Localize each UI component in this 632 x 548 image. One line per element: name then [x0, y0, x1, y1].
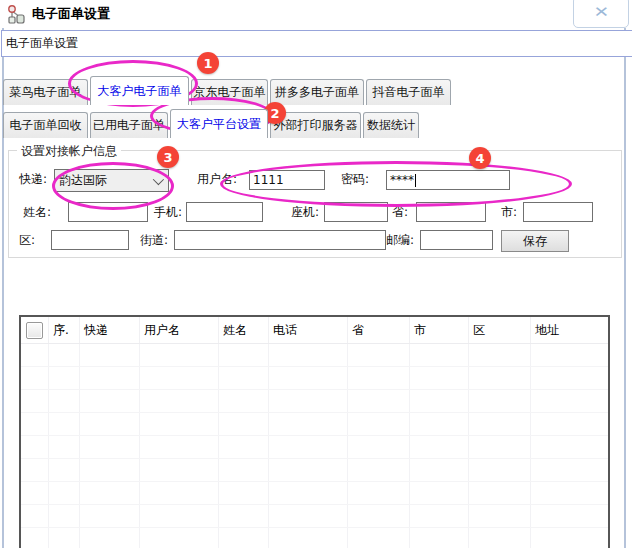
table-cell	[140, 505, 219, 527]
table-cell	[269, 505, 348, 527]
table-cell	[80, 459, 140, 481]
col-city: 市	[410, 317, 469, 343]
annotation-badge-3: 3	[157, 146, 179, 168]
save-button[interactable]: 保存	[501, 230, 569, 252]
table-cell	[80, 344, 140, 366]
table-cell	[80, 482, 140, 504]
table-cell	[21, 413, 49, 435]
table-cell	[531, 528, 608, 548]
district-input[interactable]	[51, 230, 129, 250]
table-cell	[410, 367, 469, 389]
table-cell	[219, 505, 269, 527]
table-cell	[348, 482, 410, 504]
table-cell	[49, 367, 80, 389]
table-cell	[269, 459, 348, 481]
table-cell	[219, 390, 269, 412]
accounts-table-header: 序. 快递 用户名 姓名 电话 省 市 区 地址	[21, 317, 608, 344]
table-cell	[219, 344, 269, 366]
tab-data-statistics[interactable]: 数据统计	[363, 112, 419, 138]
table-cell	[531, 390, 608, 412]
name-label: 姓名:	[23, 204, 51, 221]
table-cell	[531, 505, 608, 527]
table-row[interactable]	[21, 390, 608, 413]
table-cell	[348, 459, 410, 481]
table-cell	[469, 505, 531, 527]
table-row[interactable]	[21, 436, 608, 459]
table-row[interactable]	[21, 459, 608, 482]
col-seq: 序.	[49, 317, 80, 343]
table-cell	[80, 436, 140, 458]
table-cell	[410, 413, 469, 435]
table-cell	[269, 413, 348, 435]
table-cell	[21, 344, 49, 366]
tab-key-account-waybill[interactable]: 大客户电子面单	[90, 76, 189, 105]
table-cell	[21, 505, 49, 527]
table-cell	[80, 505, 140, 527]
tab-douyin-waybill[interactable]: 抖音电子面单	[366, 79, 451, 105]
window-title: 电子面单设置	[32, 5, 110, 23]
table-cell	[219, 459, 269, 481]
table-cell	[49, 436, 80, 458]
table-row[interactable]	[21, 367, 608, 390]
table-cell	[269, 528, 348, 548]
select-all-checkbox[interactable]	[26, 322, 43, 339]
table-cell	[348, 344, 410, 366]
city-input[interactable]	[523, 202, 593, 222]
landline-label: 座机:	[291, 204, 319, 221]
table-cell	[410, 505, 469, 527]
table-cell	[80, 390, 140, 412]
table-cell	[469, 436, 531, 458]
table-cell	[140, 436, 219, 458]
table-cell	[219, 367, 269, 389]
table-cell	[49, 390, 80, 412]
table-row[interactable]	[21, 528, 608, 548]
tab-waybill-recycle[interactable]: 电子面单回收	[3, 112, 88, 138]
table-cell	[49, 482, 80, 504]
annotation-ellipse-3	[52, 162, 174, 210]
table-cell	[140, 367, 219, 389]
table-cell	[531, 459, 608, 481]
street-label: 街道:	[140, 232, 168, 249]
dialog-right-border	[624, 28, 626, 548]
tabs-row2: 电子面单回收 已用电子面单 大客户平台设置 外部打印服务器 数据统计	[3, 109, 421, 138]
table-cell	[140, 413, 219, 435]
table-cell	[410, 459, 469, 481]
table-cell	[219, 413, 269, 435]
table-cell	[140, 482, 219, 504]
annotation-badge-4: 4	[469, 147, 491, 169]
col-name: 姓名	[219, 317, 269, 343]
table-cell	[21, 482, 49, 504]
accounts-table-body	[21, 344, 608, 548]
waybill-name-input[interactable]: 电子面单设置	[1, 30, 632, 57]
tab-key-account-platform-settings[interactable]: 大客户平台设置	[170, 109, 268, 138]
zip-input[interactable]	[420, 230, 493, 250]
table-cell	[49, 413, 80, 435]
table-row[interactable]	[21, 413, 608, 436]
close-icon: ✕	[593, 3, 609, 21]
group-title: 设置对接帐户信息	[17, 143, 121, 160]
table-cell	[140, 459, 219, 481]
table-cell	[469, 459, 531, 481]
table-cell	[269, 367, 348, 389]
table-cell	[219, 436, 269, 458]
table-cell	[21, 436, 49, 458]
table-cell	[49, 528, 80, 548]
table-cell	[469, 367, 531, 389]
table-cell	[348, 413, 410, 435]
tab-pdd-waybill[interactable]: 拼多多电子面单	[270, 79, 364, 105]
table-cell	[348, 367, 410, 389]
table-cell	[531, 436, 608, 458]
table-cell	[269, 344, 348, 366]
table-row[interactable]	[21, 482, 608, 505]
table-row[interactable]	[21, 344, 608, 367]
street-input[interactable]	[174, 230, 386, 250]
close-button[interactable]: ✕	[573, 0, 629, 28]
table-cell	[140, 528, 219, 548]
col-courier: 快递	[80, 317, 140, 343]
table-cell	[469, 413, 531, 435]
table-cell	[469, 390, 531, 412]
mobile-input[interactable]	[186, 202, 263, 222]
table-row[interactable]	[21, 505, 608, 528]
table-cell	[410, 528, 469, 548]
annotation-ellipse-4	[220, 161, 572, 207]
